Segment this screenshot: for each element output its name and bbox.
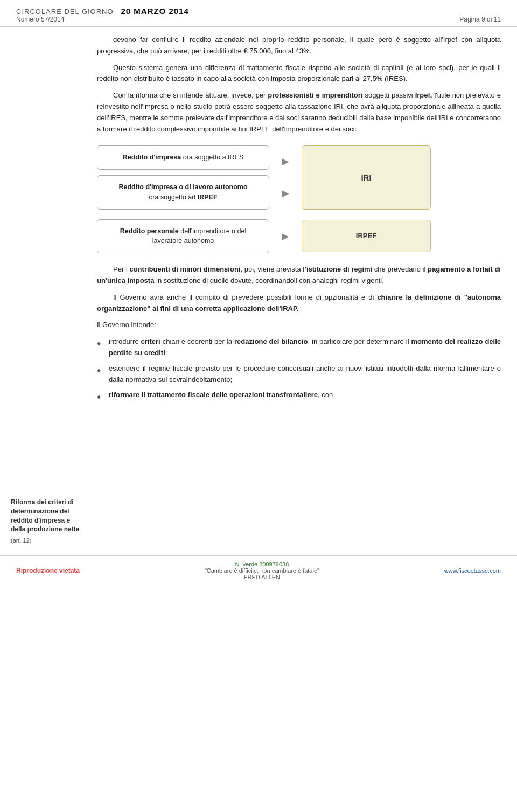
paragraph4: Per i contribuenti di minori dimensioni,… bbox=[97, 264, 501, 287]
paragraph1: devono far confluire il reddito aziendal… bbox=[97, 34, 501, 57]
bullet-list: ♦ introdurre criteri chiari e coerenti p… bbox=[97, 336, 501, 403]
footer-phone: N. verde 800979038 bbox=[205, 561, 319, 567]
sidebar: Riforma dei criteri di determinazione de… bbox=[0, 34, 92, 550]
content-area: Riforma dei criteri di determinazione de… bbox=[0, 29, 517, 555]
header: CIRCOLARE DEL GIORNO 20 Marzo 2014 Numer… bbox=[0, 0, 517, 27]
footer-website: www.fiscoetasse.com bbox=[444, 567, 501, 574]
governo-intro: Il Governo intende: bbox=[97, 320, 501, 331]
sidebar-note: (art. 12) bbox=[11, 536, 86, 545]
header-date: 20 Marzo 2014 bbox=[121, 6, 188, 16]
sidebar-title: Riforma dei criteri di determinazione de… bbox=[11, 498, 86, 534]
diagram-left-group: Reddito d'impresa ora soggetto a IRES Re… bbox=[97, 145, 269, 209]
header-number: Numero 57/2014 bbox=[16, 16, 189, 23]
arrow-group-iri: ► ► bbox=[269, 145, 302, 209]
footer-author: FRED ALLEN bbox=[205, 574, 319, 580]
footer-reproduction: Riproduzione vietata bbox=[16, 567, 80, 574]
diagram-box-personal: Reddito personale dell'imprenditore o de… bbox=[97, 219, 269, 254]
diagram-box-irpef: Reddito d'impresa o di lavoro autonomo o… bbox=[97, 175, 269, 210]
header-page: Pagina 9 di 11 bbox=[459, 16, 501, 23]
arrow-icon-3: ► bbox=[269, 227, 302, 246]
main-text: devono far confluire il reddito aziendal… bbox=[92, 34, 517, 550]
sidebar-section: Riforma dei criteri di determinazione de… bbox=[11, 498, 86, 545]
header-left: CIRCOLARE DEL GIORNO 20 Marzo 2014 Numer… bbox=[16, 6, 189, 23]
page: CIRCOLARE DEL GIORNO 20 Marzo 2014 Numer… bbox=[0, 0, 517, 812]
paragraph3: Con la riforma che si intende attuare, i… bbox=[97, 90, 501, 135]
diagram-box-irpef-right: IRPEF bbox=[302, 220, 431, 252]
diagram-rows-1-2: Reddito d'impresa ora soggetto a IRES Re… bbox=[97, 145, 501, 209]
footer-quote: "Cambiare è difficile, non cambiare è fa… bbox=[205, 567, 319, 574]
header-publication: CIRCOLARE DEL GIORNO 20 Marzo 2014 bbox=[16, 6, 189, 16]
list-item: ♦ estendere il regime fiscale previsto p… bbox=[97, 363, 501, 386]
arrow-icon-1: ► bbox=[280, 152, 291, 171]
paragraph5: Il Governo avrà anche il compito di prev… bbox=[97, 292, 501, 315]
footer: Riproduzione vietata N. verde 800979038 … bbox=[0, 555, 517, 586]
diagram-row-3: Reddito personale dell'imprenditore o de… bbox=[97, 219, 501, 254]
footer-center: N. verde 800979038 "Cambiare è difficile… bbox=[205, 561, 319, 580]
paragraph2: Questo sistema genera una differenza di … bbox=[97, 63, 501, 85]
arrow-icon-2: ► bbox=[280, 184, 291, 203]
diagram-box-iri: IRI bbox=[302, 145, 431, 209]
list-item: ♦ riformare il trattamento fiscale delle… bbox=[97, 390, 501, 402]
list-item: ♦ introdurre criteri chiari e coerenti p… bbox=[97, 336, 501, 359]
diagram-section: Reddito d'impresa ora soggetto a IRES Re… bbox=[97, 145, 501, 253]
publication-label: CIRCOLARE DEL GIORNO bbox=[16, 8, 114, 16]
bullet-icon-2: ♦ bbox=[97, 364, 104, 376]
diagram-box-ires: Reddito d'impresa ora soggetto a IRES bbox=[97, 145, 269, 170]
bullet-icon-3: ♦ bbox=[97, 391, 104, 402]
bullet-icon-1: ♦ bbox=[97, 337, 104, 349]
